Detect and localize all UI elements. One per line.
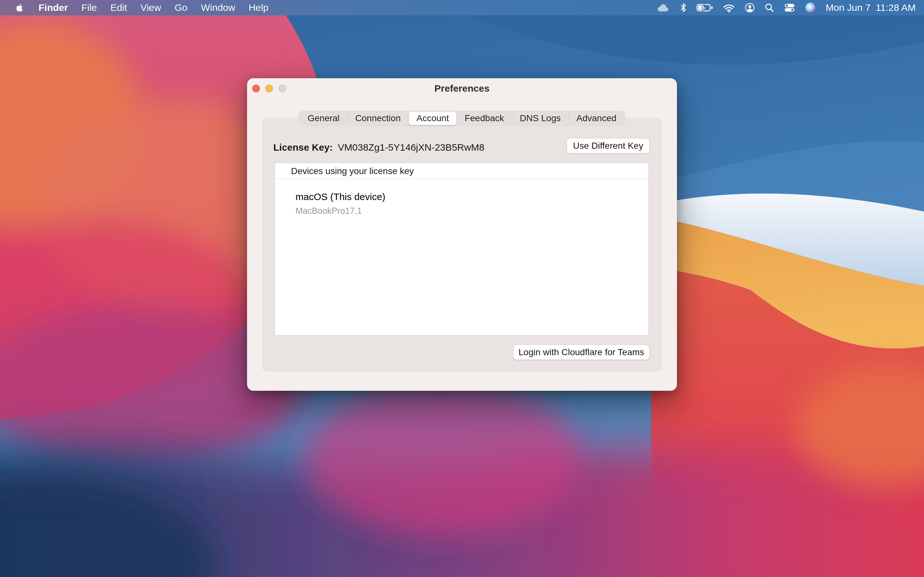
menu-item-go[interactable]: Go [174, 2, 187, 13]
menu-bar-status-area: Mon Jun 7 11:28 AM [656, 2, 924, 13]
wifi-icon[interactable] [723, 3, 735, 13]
use-different-key-button[interactable]: Use Different Key [567, 139, 649, 153]
menu-item-file[interactable]: File [81, 2, 97, 13]
tab-account[interactable]: Account [409, 111, 457, 125]
menu-bar: Finder File Edit View Go Window Help [0, 0, 924, 15]
device-model: MacBookPro17,1 [296, 206, 648, 216]
menu-item-window[interactable]: Window [201, 2, 235, 13]
license-key-value: VM038Zg1-5Y146jXN-23B5RwM8 [338, 142, 485, 153]
spotlight-search-icon[interactable] [764, 3, 774, 13]
siri-icon[interactable] [805, 2, 816, 13]
license-key-label: License Key: [273, 142, 333, 153]
control-center-icon[interactable] [784, 3, 795, 13]
clock-time: 11:28 AM [876, 2, 916, 13]
battery-charging-icon[interactable] [696, 3, 713, 13]
tab-dns-logs[interactable]: DNS Logs [512, 111, 569, 125]
menu-item-finder[interactable]: Finder [39, 2, 68, 13]
devices-panel-header: Devices using your license key [275, 163, 648, 179]
tab-general[interactable]: General [300, 111, 347, 125]
cloudflare-icon[interactable] [656, 3, 670, 13]
preferences-window: Preferences General Connection Account F… [247, 78, 677, 391]
window-title-bar[interactable]: Preferences [247, 78, 677, 99]
devices-panel: Devices using your license key macOS (Th… [275, 163, 649, 335]
preferences-tab-bar: General Connection Account Feedback DNS … [299, 111, 625, 126]
tab-bar-wrap: General Connection Account Feedback DNS … [247, 111, 677, 126]
account-icon[interactable] [745, 3, 755, 13]
menu-bar-left: Finder File Edit View Go Window Help [0, 2, 268, 13]
bluetooth-icon[interactable] [680, 3, 687, 13]
apple-menu[interactable] [14, 2, 25, 13]
window-title: Preferences [247, 78, 677, 99]
menu-item-help[interactable]: Help [249, 2, 268, 13]
menu-bar-clock[interactable]: Mon Jun 7 11:28 AM [825, 2, 916, 13]
license-key-row: License Key: VM038Zg1-5Y146jXN-23B5RwM8 [273, 140, 485, 155]
apple-icon [14, 2, 25, 13]
clock-date: Mon Jun 7 [825, 2, 871, 13]
tab-advanced[interactable]: Advanced [569, 111, 624, 125]
tab-feedback[interactable]: Feedback [457, 111, 512, 125]
menu-item-edit[interactable]: Edit [110, 2, 127, 13]
device-name: macOS (This device) [296, 191, 648, 202]
login-cloudflare-teams-button[interactable]: Login with Cloudflare for Teams [513, 345, 649, 359]
device-list-item: macOS (This device) MacBookPro17,1 [275, 179, 648, 216]
menu-item-view[interactable]: View [141, 2, 161, 13]
tab-connection[interactable]: Connection [347, 111, 409, 125]
